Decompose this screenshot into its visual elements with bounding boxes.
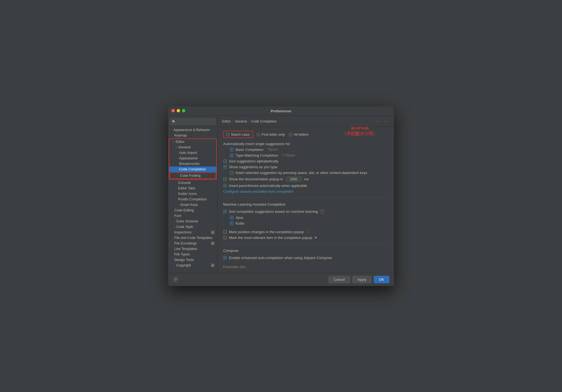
type-matching-label[interactable]: Type-Matching Completion — [236, 153, 278, 157]
match-case-checkbox[interactable] — [226, 133, 230, 136]
sidebar-item-live-templates[interactable]: Live Templates — [168, 246, 217, 252]
sidebar-item-general[interactable]: ∨ General — [169, 145, 216, 150]
apply-button[interactable]: Apply — [352, 276, 372, 283]
basic-completion-checkbox[interactable] — [230, 148, 233, 151]
main-content: Editor › General › Code Completion ← → 取… — [218, 116, 394, 273]
sidebar-item-inspections[interactable]: Inspections ⊞ — [168, 230, 217, 235]
sidebar-item-file-templates[interactable]: File and Code Templates — [168, 235, 217, 241]
insert-parens-row: Insert parentheses automatically when ap… — [223, 183, 388, 189]
sidebar-item-appearance-behavior[interactable]: › Appearance & Behavior — [168, 127, 217, 133]
ok-button[interactable]: OK — [374, 276, 389, 283]
sidebar-item-editor[interactable]: ∨ Editor — [169, 139, 216, 145]
sidebar-item-file-types[interactable]: File Types — [168, 252, 217, 257]
sidebar-item-design-tools[interactable]: Design Tools — [168, 257, 217, 263]
parameter-info-hint: Parameter Info... — [223, 265, 388, 269]
ml-sort-label[interactable]: Sort completion suggestions based on mac… — [229, 209, 318, 214]
first-letter-radio[interactable] — [257, 133, 260, 136]
ml-java-label[interactable]: Java — [236, 216, 243, 220]
insert-by-space-label[interactable]: Insert selected suggestion by pressing s… — [236, 171, 367, 175]
breadcrumb-code-completion: Code Completion — [251, 119, 277, 123]
dialog-title: Preferences — [271, 109, 291, 113]
sidebar-search[interactable] — [170, 118, 216, 125]
divider-2 — [223, 244, 388, 244]
sidebar-item-code-style[interactable]: › Code Style — [168, 224, 217, 230]
match-case-label[interactable]: Match case: — [231, 132, 250, 137]
ml-sort-help-icon[interactable]: ? — [320, 209, 324, 214]
basic-completion-label[interactable]: Basic Completion — [236, 148, 263, 152]
show-doc-label[interactable]: Show the documentation popup in — [229, 177, 283, 181]
sidebar-item-gutter-icons[interactable]: Gutter Icons — [168, 191, 217, 197]
nav-forward-button[interactable]: → — [383, 118, 389, 124]
insert-by-space-checkbox[interactable] — [230, 171, 233, 175]
show-doc-checkbox[interactable] — [223, 177, 227, 181]
sort-alpha-label[interactable]: Sort suggestions alphabetically — [229, 159, 278, 163]
ml-sort-checkbox[interactable] — [223, 210, 227, 213]
configure-link[interactable]: Configure classes excluded from completi… — [223, 189, 293, 194]
dialog-footer: ? Cancel Apply OK — [168, 273, 394, 286]
first-letter-only-option: First letter only — [257, 132, 285, 137]
configure-link-row: Configure classes excluded from completi… — [223, 189, 388, 194]
auto-insert-row: Automatically insert single suggestions … — [223, 141, 388, 147]
show-suggestions-label[interactable]: Show suggestions as you type — [229, 165, 277, 169]
breadcrumb-sep2: › — [249, 119, 250, 123]
ml-kotlin-checkbox[interactable] — [230, 222, 233, 225]
maximize-button[interactable] — [182, 109, 185, 112]
sidebar-item-code-editing[interactable]: Code Editing — [168, 208, 217, 213]
breadcrumb-general: General — [235, 119, 247, 123]
sidebar-item-breadcrumbs[interactable]: Breadcrumbs — [169, 161, 216, 167]
compose-enable-checkbox[interactable] — [223, 256, 227, 260]
divider-1 — [223, 198, 388, 198]
first-letter-label[interactable]: First letter only — [261, 132, 285, 137]
ml-kotlin-label[interactable]: Kotlin — [236, 221, 245, 225]
help-button[interactable]: ? — [173, 276, 179, 282]
search-icon: 🔍 — [172, 120, 176, 123]
type-matching-checkbox[interactable] — [230, 154, 233, 157]
sidebar-item-smart-keys[interactable]: › Smart Keys — [168, 202, 217, 208]
sidebar-item-code-completion[interactable]: Code Completion — [169, 167, 216, 172]
compose-enable-label[interactable]: Enable enhanced auto-completion when usi… — [229, 256, 332, 260]
all-letters-radio[interactable] — [289, 133, 292, 136]
sidebar-item-font[interactable]: Font — [168, 213, 217, 219]
basic-completion-row: Basic Completion ^Space — [223, 147, 388, 153]
star-icon: ★ — [314, 236, 317, 239]
chevron-right-icon: › — [174, 264, 175, 267]
doc-popup-delay-input[interactable] — [285, 176, 302, 182]
mark-position-checkbox[interactable] — [223, 230, 227, 234]
close-button[interactable] — [171, 109, 175, 112]
sidebar-item-keymap[interactable]: Keymap — [168, 133, 217, 138]
basic-completion-key: ^Space — [267, 148, 278, 151]
sort-alpha-checkbox[interactable] — [223, 159, 227, 163]
show-suggestions-checkbox[interactable] — [223, 165, 227, 169]
sidebar-item-postfix-completion[interactable]: Postfix Completion — [168, 197, 217, 202]
ml-java-checkbox[interactable] — [230, 216, 233, 219]
mark-position-label[interactable]: Mark position changes in the completion … — [229, 230, 304, 234]
nav-back-button[interactable]: ← — [375, 118, 381, 124]
mark-relevant-checkbox[interactable] — [223, 236, 227, 239]
sidebar-item-file-encodings[interactable]: File Encodings ⊞ — [168, 241, 217, 246]
insert-parens-checkbox[interactable] — [223, 184, 227, 187]
dialog-body: 🔍 › Appearance & Behavior Keymap ∨ Edito… — [168, 116, 394, 273]
sidebar-item-auto-import[interactable]: Auto Import — [169, 150, 216, 156]
sidebar-item-color-scheme[interactable]: › Color Scheme — [168, 219, 217, 224]
cancel-button[interactable]: Cancel — [328, 276, 350, 283]
traffic-lights — [171, 109, 185, 112]
chevron-right-icon: › — [174, 225, 175, 228]
show-doc-popup-row: Show the documentation popup in ms — [223, 176, 388, 183]
all-letters-label[interactable]: All letters — [294, 132, 308, 137]
chevron-right-icon: › — [178, 203, 179, 206]
sidebar-item-copyright[interactable]: › Copyright ⊞ — [168, 263, 217, 268]
ml-kotlin-row: Kotlin — [223, 220, 388, 226]
sidebar-item-console[interactable]: Console — [168, 180, 217, 186]
compose-section-title: Compose — [223, 247, 388, 253]
type-matching-key: ^⇧Space — [282, 153, 295, 157]
sidebar-item-editor-tabs[interactable]: Editor Tabs — [168, 186, 217, 191]
insert-parens-label[interactable]: Insert parentheses automatically when ap… — [229, 184, 307, 188]
sidebar-item-appearance[interactable]: Appearance — [169, 156, 216, 161]
breadcrumb: Editor › General › Code Completion ← → — [218, 116, 394, 127]
mark-relevant-label[interactable]: Mark the most relevant item in the compl… — [229, 236, 312, 240]
minimize-button[interactable] — [177, 109, 180, 112]
title-bar: Preferences — [168, 106, 394, 116]
all-letters-option: All letters — [289, 132, 308, 137]
type-matching-row: Type-Matching Completion ^⇧Space — [223, 153, 388, 158]
sidebar-item-code-folding[interactable]: Code Folding — [170, 172, 216, 179]
